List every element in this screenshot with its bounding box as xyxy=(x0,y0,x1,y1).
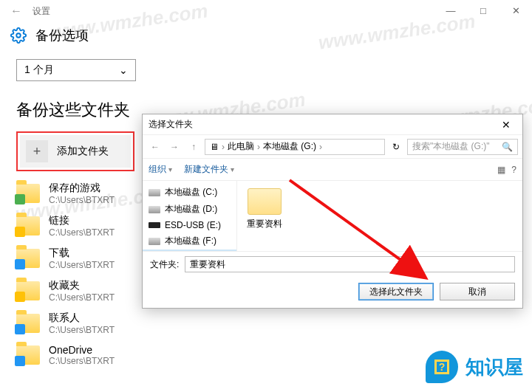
disk-icon xyxy=(149,238,160,245)
dialog-nav: ← → ↑ 🖥 › 此电脑 › 本地磁盘 (G:) › ↻ 搜索"本地磁盘 (G… xyxy=(143,135,522,159)
maximize-button[interactable]: □ xyxy=(467,0,499,22)
dialog-title: 选择文件夹 xyxy=(149,118,193,131)
cancel-button[interactable]: 取消 xyxy=(440,283,515,300)
folder-icon xyxy=(16,314,40,333)
nav-up-button[interactable]: ↑ xyxy=(185,142,202,152)
folder-tree[interactable]: 本地磁盘 (C:)本地磁盘 (D:)ESD-USB (E:)本地磁盘 (F:)本… xyxy=(143,181,237,251)
tree-label: 本地磁盘 (D:) xyxy=(165,203,217,216)
window-titlebar: ← 设置 — □ ✕ xyxy=(0,0,532,22)
search-input[interactable]: 搜索"本地磁盘 (G:)" 🔍 xyxy=(407,139,518,155)
retention-dropdown[interactable]: 1 个月 ⌄ xyxy=(16,59,136,81)
nav-back-button[interactable]: ← xyxy=(147,142,163,152)
folder-caption: 重要资料 xyxy=(245,218,284,230)
breadcrumb[interactable]: 🖥 › 此电脑 › 本地磁盘 (G:) › xyxy=(205,139,385,155)
organize-menu[interactable]: 组织 xyxy=(149,163,172,176)
search-placeholder: 搜索"本地磁盘 (G:)" xyxy=(412,140,490,153)
disk-icon xyxy=(149,206,160,213)
folder-name: 联系人 xyxy=(49,312,115,325)
folder-picker-dialog: 选择文件夹 ✕ ← → ↑ 🖥 › 此电脑 › 本地磁盘 (G:) › ↻ 搜索… xyxy=(142,114,523,309)
page-header: 备份选项 xyxy=(0,22,532,53)
tree-node[interactable]: 本地磁盘 (F:) xyxy=(143,233,236,250)
folder-icon xyxy=(16,184,40,203)
folder-icon xyxy=(16,345,40,365)
breadcrumb-item[interactable]: 此电脑 xyxy=(228,140,254,153)
folder-name: 保存的游戏 xyxy=(49,182,115,195)
brand-text: 知识屋 xyxy=(466,354,523,380)
tree-node[interactable]: 本地磁盘 (D:) xyxy=(143,201,236,218)
help-button[interactable]: ? xyxy=(511,165,516,175)
refresh-button[interactable]: ↻ xyxy=(388,142,404,152)
folder-name-input[interactable] xyxy=(185,256,515,272)
plus-icon: + xyxy=(26,140,48,162)
folder-path: C:\Users\BTXRT xyxy=(49,292,115,303)
close-button[interactable]: ✕ xyxy=(499,0,532,22)
folder-icon xyxy=(16,281,40,300)
chevron-down-icon: ⌄ xyxy=(119,64,128,76)
folder-name: 链接 xyxy=(49,214,115,227)
folder-path: C:\Users\BTXRT xyxy=(49,195,115,205)
folder-path: C:\Users\BTXRT xyxy=(49,325,115,335)
brand-logo: ? 知识屋 xyxy=(426,351,523,383)
tree-label: ESD-USB (E:) xyxy=(165,220,221,230)
dropdown-value: 1 个月 xyxy=(24,63,54,77)
backup-folder-item[interactable]: 联系人 C:\Users\BTXRT xyxy=(16,312,516,335)
folder-path: C:\Users\BTXRT xyxy=(49,356,115,366)
svg-point-0 xyxy=(16,33,21,38)
add-folder-button[interactable]: + 添加文件夹 xyxy=(20,135,131,168)
gear-icon xyxy=(10,27,27,44)
tree-label: 本地磁盘 (F:) xyxy=(165,235,216,247)
folder-icon xyxy=(16,216,40,235)
dialog-titlebar: 选择文件夹 ✕ xyxy=(143,114,522,135)
search-icon: 🔍 xyxy=(502,142,513,152)
select-folder-button[interactable]: 选择此文件夹 xyxy=(358,283,434,300)
folder-label: 文件夹: xyxy=(150,258,179,271)
folder-path: C:\Users\BTXRT xyxy=(49,260,115,270)
dialog-toolbar: 组织 新建文件夹 ▦ ? xyxy=(143,159,522,181)
computer-icon: 🖥 xyxy=(210,142,219,152)
folder-name: 收藏夹 xyxy=(49,279,115,292)
nav-forward-button[interactable]: → xyxy=(166,142,183,152)
breadcrumb-item[interactable]: 本地磁盘 (G:) xyxy=(263,140,316,153)
add-folder-highlight: + 添加文件夹 xyxy=(16,131,134,171)
logo-icon: ? xyxy=(426,351,458,383)
usb-icon xyxy=(149,222,160,228)
folder-icon xyxy=(16,249,40,268)
folder-name: OneDrive xyxy=(49,344,115,356)
view-button[interactable]: ▦ xyxy=(497,165,505,175)
page-title: 备份选项 xyxy=(35,27,89,44)
folder-path: C:\Users\BTXRT xyxy=(49,227,115,238)
tree-label: 本地磁盘 (C:) xyxy=(165,186,217,199)
folder-item[interactable]: 重要资料 xyxy=(245,188,284,230)
dialog-close-button[interactable]: ✕ xyxy=(496,119,516,131)
folder-name-row: 文件夹: xyxy=(143,251,522,277)
folder-view[interactable]: 重要资料 xyxy=(237,181,522,251)
window-title: 设置 xyxy=(33,5,50,18)
folder-name: 下载 xyxy=(49,247,115,260)
tree-node[interactable]: 本地磁盘 (C:) xyxy=(143,184,236,201)
add-folder-label: 添加文件夹 xyxy=(57,145,109,158)
back-button[interactable]: ← xyxy=(6,4,27,18)
tree-node[interactable]: ESD-USB (E:) xyxy=(143,218,236,233)
minimize-button[interactable]: — xyxy=(434,0,467,22)
folder-icon xyxy=(248,188,282,215)
new-folder-button[interactable]: 新建文件夹 xyxy=(184,163,234,176)
disk-icon xyxy=(149,189,160,196)
